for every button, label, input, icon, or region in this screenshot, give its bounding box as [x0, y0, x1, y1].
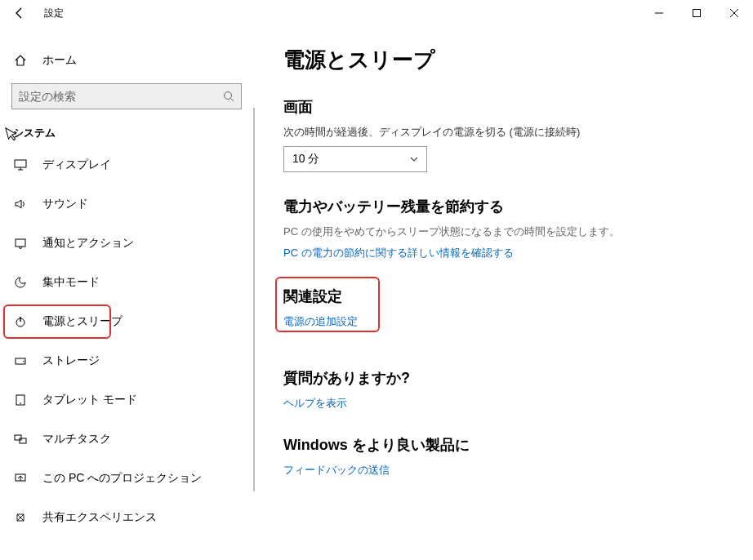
titlebar: 設定 [0, 0, 753, 26]
save-desc: PC の使用をやめてからスリープ状態になるまでの時間を設定します。 [283, 224, 733, 239]
chevron-down-icon [410, 157, 418, 162]
back-button[interactable] [7, 0, 33, 26]
sound-icon [13, 198, 28, 211]
sidebar-group-label: システム [0, 109, 253, 145]
svg-rect-16 [15, 435, 21, 440]
section-screen: 画面 [283, 97, 733, 117]
storage-icon [13, 354, 28, 367]
sidebar: ホーム システム ディスプレイサウンド通知とアクション集中モード電源とスリープス… [0, 26, 253, 560]
home-icon [13, 54, 28, 67]
sidebar-item-label: サウンド [42, 197, 88, 211]
search-icon [223, 91, 234, 102]
svg-rect-1 [693, 10, 701, 17]
scroll-indicator [253, 108, 255, 491]
section-save: 電力やバッテリー残量を節約する [283, 197, 733, 216]
section-help: 質問がありますか? [283, 368, 733, 388]
multitask-icon [13, 433, 28, 446]
tablet-icon [13, 393, 28, 407]
sidebar-item-label: マルチタスク [42, 432, 111, 447]
close-button[interactable] [715, 0, 753, 26]
sidebar-item-display[interactable]: ディスプレイ [0, 145, 253, 184]
section-related: 関連設定 [283, 287, 733, 306]
sidebar-item-label: 電源とスリープ [42, 314, 123, 329]
sidebar-item-label: この PC へのプロジェクション [42, 471, 202, 486]
svg-point-4 [225, 92, 232, 100]
sidebar-item-power[interactable]: 電源とスリープ [0, 302, 253, 341]
sidebar-item-focus[interactable]: 集中モード [0, 263, 253, 302]
svg-rect-17 [20, 438, 26, 443]
window-controls [640, 0, 753, 26]
share-icon [13, 511, 28, 524]
help-link[interactable]: ヘルプを表示 [283, 396, 733, 411]
project-icon [13, 472, 28, 485]
related-link[interactable]: 電源の追加設定 [283, 314, 733, 329]
display-icon [13, 158, 28, 171]
search-input[interactable] [19, 90, 223, 103]
sidebar-item-label: ディスプレイ [42, 158, 111, 172]
screen-desc: 次の時間が経過後、ディスプレイの電源を切る (電源に接続時) [283, 125, 733, 140]
sidebar-item-sound[interactable]: サウンド [0, 184, 253, 224]
svg-line-5 [231, 99, 234, 102]
minimize-button[interactable] [640, 0, 678, 26]
sidebar-item-storage[interactable]: ストレージ [0, 341, 253, 380]
sidebar-item-project[interactable]: この PC へのプロジェクション [0, 459, 253, 498]
svg-rect-9 [16, 239, 25, 247]
power-icon [13, 315, 28, 328]
main-content: 電源とスリープ 画面 次の時間が経過後、ディスプレイの電源を切る (電源に接続時… [253, 26, 753, 560]
svg-point-13 [23, 361, 25, 362]
page-title: 電源とスリープ [283, 46, 733, 74]
sidebar-item-label: 通知とアクション [42, 236, 134, 251]
maximize-button[interactable] [678, 0, 715, 26]
section-feedback: Windows をより良い製品に [283, 435, 733, 455]
sidebar-item-notify[interactable]: 通知とアクション [0, 224, 253, 263]
select-value: 10 分 [292, 152, 319, 167]
sidebar-home-label: ホーム [42, 53, 77, 68]
focus-icon [13, 276, 28, 289]
svg-rect-6 [15, 160, 26, 167]
search-box[interactable] [11, 83, 242, 109]
save-power-link[interactable]: PC の電力の節約に関する詳しい情報を確認する [283, 246, 733, 260]
feedback-link[interactable]: フィードバックの送信 [283, 463, 733, 478]
sidebar-item-share[interactable]: 共有エクスペリエンス [0, 498, 253, 537]
sidebar-item-label: ストレージ [42, 353, 100, 368]
screen-timeout-select[interactable]: 10 分 [283, 146, 427, 172]
sidebar-item-label: タブレット モード [42, 393, 137, 407]
sidebar-item-label: 共有エクスペリエンス [42, 510, 157, 525]
sidebar-item-tablet[interactable]: タブレット モード [0, 380, 253, 420]
notify-icon [13, 237, 28, 250]
window-title: 設定 [44, 7, 64, 20]
sidebar-item-multitask[interactable]: マルチタスク [0, 420, 253, 459]
sidebar-home[interactable]: ホーム [0, 44, 253, 77]
sidebar-item-label: 集中モード [42, 275, 100, 290]
